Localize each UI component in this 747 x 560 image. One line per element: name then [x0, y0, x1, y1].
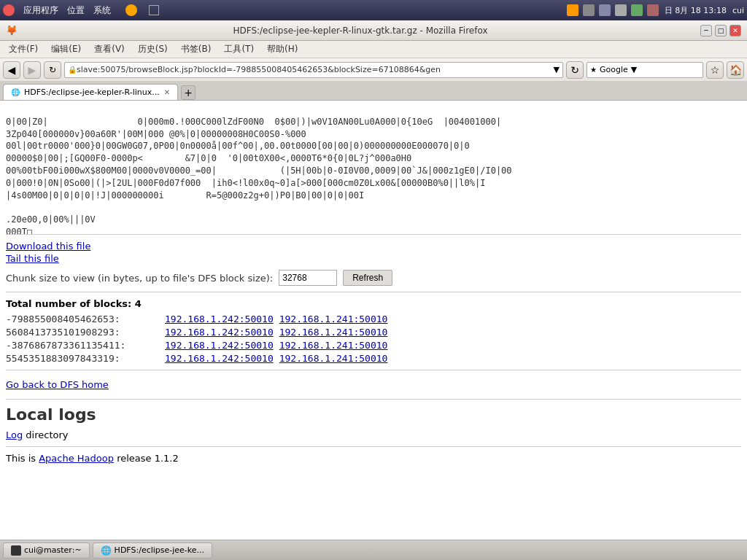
menubar: 文件(F) 编辑(E) 查看(V) 历史(S) 书签(B) 工具(T) 帮助(H… — [0, 41, 747, 58]
terminal-taskbar-btn[interactable]: cui@master:~ — [3, 542, 90, 559]
terminal-btn-label: cui@master:~ — [24, 545, 82, 555]
block-id-4: 5545351883097843319: — [6, 353, 159, 364]
taskbar-right: 日 8月 18 13:18 cui — [567, 4, 744, 16]
tab-bar: 🌐 HDFS:/eclipse-jee-kepler-R-linux... ✕ … — [0, 82, 747, 101]
binary-line-9: .20e00,0|00%|||0V — [6, 214, 96, 225]
binary-line-3: 00l|00tr0000'000}0|00GW0G07,0P00|0n0000å… — [6, 141, 470, 151]
address-bar[interactable]: 🔒 slave:50075/browseBlock.jsp?blockId=-7… — [64, 62, 563, 78]
app-icon — [3, 4, 15, 16]
divider-2 — [6, 370, 741, 370]
page-refresh-button[interactable]: ↻ — [44, 61, 61, 79]
back-button[interactable]: ◀ — [3, 61, 20, 79]
star-button[interactable]: ☆ — [706, 61, 724, 79]
system-taskbar: 应用程序 位置 系统 日 8月 18 13:18 cui — [0, 0, 747, 20]
search-text: Google — [600, 65, 628, 74]
menu-bookmarks[interactable]: 书签(B) — [175, 42, 217, 57]
table-row: 5608413735101908293: 192.168.1.242:50010… — [6, 327, 741, 338]
block-id-2: 5608413735101908293: — [6, 327, 159, 338]
forward-button[interactable]: ▶ — [23, 61, 41, 79]
table-row: -798855008405462653: 192.168.1.242:50010… — [6, 314, 741, 324]
divider-1 — [6, 292, 741, 292]
go-back-link[interactable]: Go back to DFS home — [6, 379, 109, 390]
block-id-1: -798855008405462653: — [6, 314, 159, 324]
firefox-titlebar: 🦊 HDFS:/eclipse-jee-kepler-R-linux-gtk.t… — [0, 20, 747, 41]
new-tab-button[interactable]: + — [181, 85, 196, 100]
datetime: 日 8月 18 13:18 — [665, 5, 727, 16]
home-button[interactable]: 🏠 — [727, 61, 744, 79]
binary-line-10: 000T□ — [6, 227, 32, 235]
terminal-icon — [11, 545, 21, 556]
reload-button[interactable]: ↻ — [566, 61, 584, 79]
firefox-taskbar-btn[interactable]: 🌐 HDFS:/eclipse-jee-ke... — [93, 542, 212, 559]
sys-tray-icons — [567, 4, 659, 16]
menu-system[interactable]: 系统 — [93, 4, 111, 17]
file-links: Download this file Tail this file — [6, 241, 741, 264]
apache-hadoop-link[interactable]: Apache Hadoop — [39, 453, 114, 464]
blocks-title: Total number of blocks: 4 — [6, 298, 741, 309]
block-link-3a[interactable]: 192.168.1.242:50010 — [165, 340, 274, 351]
divider-3 — [6, 399, 741, 400]
block-link-3b[interactable]: 192.168.1.241:50010 — [279, 340, 388, 351]
chunk-label: Chunk size to view (in bytes, up to file… — [6, 273, 273, 284]
binary-line-6: 0|000!0|0N|0So00|(|>[2UL|000F0d07f000 |i… — [6, 178, 485, 188]
binary-content: 0|00|Z0| 0|000m0.!000C000lZdF00N0 0$00|)… — [6, 104, 741, 235]
divider-4 — [6, 446, 741, 447]
search-engine-icon: ★ — [590, 66, 597, 74]
local-logs-section: Local logs Log directory — [6, 405, 741, 440]
log-suffix: directory — [23, 429, 68, 440]
close-button[interactable]: ✕ — [729, 25, 741, 36]
tab-close-icon[interactable]: ✕ — [164, 88, 170, 96]
menu-apps[interactable]: 应用程序 — [23, 4, 58, 17]
refresh-button[interactable]: Refresh — [343, 270, 392, 286]
chunk-input[interactable] — [279, 270, 337, 286]
block-link-2a[interactable]: 192.168.1.242:50010 — [165, 327, 274, 338]
binary-line-7: |4s00M00|0|0|0|0|!J|000000000i R=5@000z2… — [6, 190, 364, 201]
menu-view[interactable]: 查看(V) — [88, 42, 131, 57]
block-link-4b[interactable]: 192.168.1.241:50010 — [279, 353, 388, 364]
menu-help[interactable]: 帮助(H) — [261, 42, 303, 57]
firefox-icon: 🦊 — [6, 25, 18, 36]
log-link[interactable]: Log — [6, 429, 23, 440]
menu-tools[interactable]: 工具(T) — [218, 42, 260, 57]
menu-file[interactable]: 文件(F) — [3, 42, 44, 57]
firefox-btn-label: HDFS:/eclipse-jee-ke... — [115, 545, 204, 555]
menu-edit[interactable]: 编辑(E) — [45, 42, 87, 57]
footer-suffix: release 1.1.2 — [114, 453, 179, 464]
block-link-1a[interactable]: 192.168.1.242:50010 — [165, 314, 274, 324]
firefox-taskbar-icon: 🌐 — [101, 545, 112, 556]
window-title: HDFS:/eclipse-jee-kepler-R-linux-gtk.tar… — [20, 26, 700, 36]
block-link-2b[interactable]: 192.168.1.241:50010 — [279, 327, 388, 338]
blocks-section: Total number of blocks: 4 -7988550084054… — [6, 298, 741, 364]
navbar: ◀ ▶ ↻ 🔒 slave:50075/browseBlock.jsp?bloc… — [0, 58, 747, 82]
table-row: -3876867873361135411: 192.168.1.242:5001… — [6, 340, 741, 351]
menu-location[interactable]: 位置 — [67, 4, 85, 17]
block-id-3: -3876867873361135411: — [6, 340, 159, 351]
binary-line-5: 00%00tbF00i000wX$800M00|0000v0V0000_=00|… — [6, 166, 512, 176]
minimize-button[interactable]: ─ — [700, 25, 712, 36]
binary-line-4: 00000$0|00|;[GQ00F0-0000p< &7|0|0 '0|00t… — [6, 153, 411, 163]
menu-history[interactable]: 历史(S) — [132, 42, 174, 57]
taskbar-left: 应用程序 位置 系统 — [3, 4, 159, 17]
maximize-button[interactable]: □ — [715, 25, 727, 36]
tail-link[interactable]: Tail this file — [6, 253, 741, 264]
block-link-1b[interactable]: 192.168.1.241:50010 — [279, 314, 388, 324]
block-link-4a[interactable]: 192.168.1.242:50010 — [165, 353, 274, 364]
address-dropdown[interactable]: ▼ — [554, 65, 560, 74]
tab-favicon: 🌐 — [11, 88, 20, 96]
binary-line-1: 0|00|Z0| 0|000m0.!000C000lZdF00N0 0$00|)… — [6, 117, 501, 127]
table-row: 5545351883097843319: 192.168.1.242:50010… — [6, 353, 741, 364]
username: cui — [732, 6, 744, 15]
local-logs-title: Local logs — [6, 405, 741, 424]
main-content: 0|00|Z0| 0|000m0.!000C000lZdF00N0 0$00|)… — [0, 101, 747, 540]
address-icon: 🔒 — [68, 66, 77, 74]
download-link[interactable]: Download this file — [6, 241, 741, 252]
search-dropdown[interactable]: ▼ — [631, 65, 637, 74]
binary-line-2: 3Zp040[000000v}00a60R'|00M|000 @0%|0|000… — [6, 129, 306, 139]
window-controls: ─ □ ✕ — [700, 25, 741, 36]
search-bar[interactable]: ★ Google ▼ — [587, 62, 703, 78]
tab-active[interactable]: 🌐 HDFS:/eclipse-jee-kepler-R-linux... ✕ — [3, 84, 178, 100]
firefox-icon — [125, 4, 137, 16]
footer-prefix: This is — [6, 453, 39, 464]
chunk-size-row: Chunk size to view (in bytes, up to file… — [6, 270, 741, 286]
footer-section: This is Apache Hadoop release 1.1.2 — [6, 453, 741, 464]
